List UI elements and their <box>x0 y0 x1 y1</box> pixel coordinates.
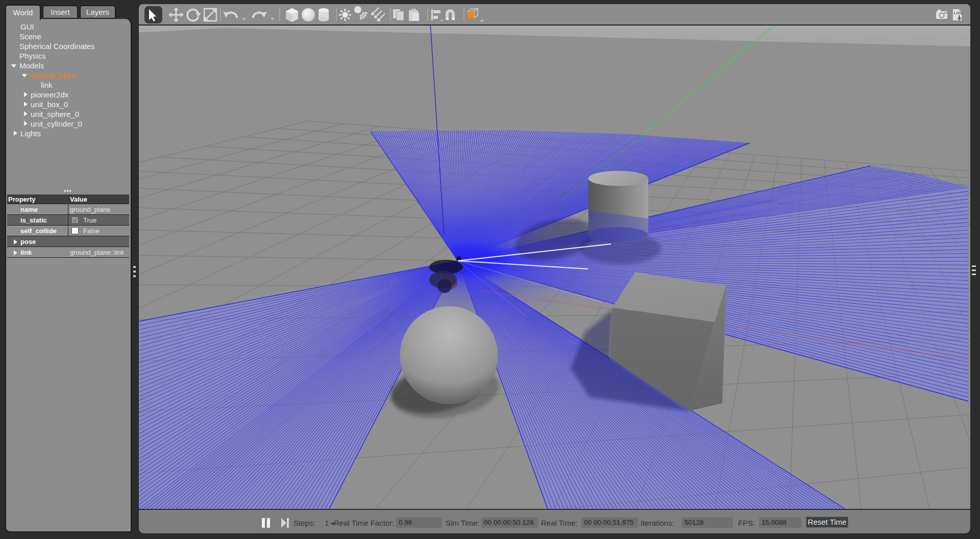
svg-text:LOG: LOG <box>954 11 962 15</box>
